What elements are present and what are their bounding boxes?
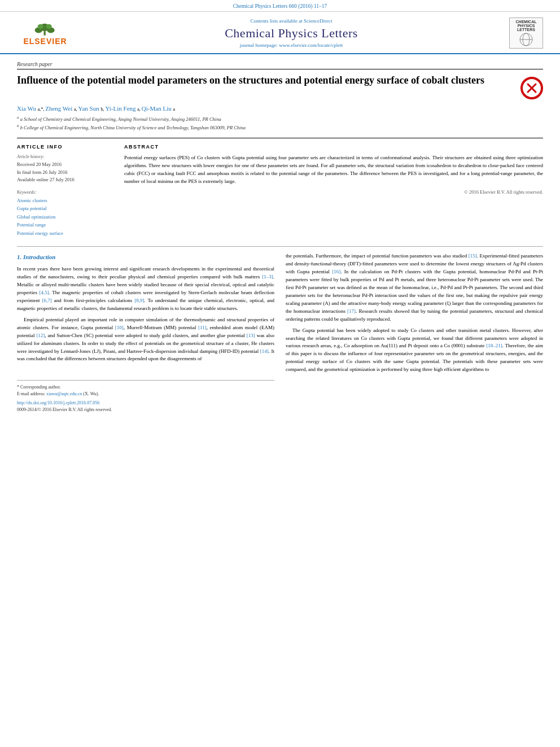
affiliation-b: b b College of Chemical Engineering, Nor… <box>17 123 543 132</box>
journal-citation: Chemical Physics Letters 660 (2016) 11–1… <box>0 0 560 12</box>
abstract-header: ABSTRACT <box>124 144 543 150</box>
right-paragraph-1: the potentials. Furthermore, the impact … <box>286 252 543 323</box>
svg-point-5 <box>46 24 52 28</box>
keywords-label: Keywords: <box>17 190 113 195</box>
article-info-header: ARTICLE INFO <box>17 144 113 150</box>
article-info-column: ARTICLE INFO Article history: Received 2… <box>17 144 113 237</box>
footnote-area: * Corresponding author. E-mail address: … <box>17 380 274 413</box>
journal-header: ELSEVIER Contents lists available at Sci… <box>0 12 560 54</box>
author-name: Xia Wu <box>17 105 36 112</box>
affiliations: a a School of Chemistry and Chemical Eng… <box>17 115 543 131</box>
journal-title: Chemical Physics Letters <box>85 26 498 41</box>
journal-header-center: Contents lists available at ScienceDirec… <box>85 18 498 48</box>
history-label: Article history: <box>17 154 113 159</box>
svg-rect-0 <box>44 31 46 36</box>
author-name: Zheng Wei <box>45 105 72 112</box>
cpl-logo-area: CHEMICAL PHYSICS LETTERS <box>504 18 549 49</box>
abstract-text: Potential energy surfaces (PES) of Co cl… <box>124 154 543 186</box>
introduction-title: 1. Introduction <box>17 252 274 262</box>
author-name: Qi-Man Liu <box>142 105 172 112</box>
section-divider <box>17 246 543 247</box>
available-online-date: Available online 27 July 2016 <box>17 176 113 184</box>
keyword-3: Global optimization <box>17 213 113 221</box>
cpl-logo: CHEMICAL PHYSICS LETTERS <box>509 18 543 49</box>
keywords-section: Keywords: Atomic clusters Gupta potentia… <box>17 190 113 237</box>
keyword-5: Potential energy surface <box>17 229 113 237</box>
keyword-2: Gupta potential <box>17 204 113 212</box>
paper-type: Research paper <box>17 61 543 69</box>
elsevier-text: ELSEVIER <box>23 37 67 46</box>
article-history: Article history: Received 20 May 2016 In… <box>17 154 113 184</box>
footnote-doi: http://dx.doi.org/10.1016/j.cplett.2016.… <box>17 400 274 407</box>
journal-citation-text: Chemical Physics Letters 660 (2016) 11–1… <box>233 3 327 9</box>
affiliation-a: a a School of Chemistry and Chemical Eng… <box>17 115 543 123</box>
article-info-abstract: ARTICLE INFO Article history: Received 2… <box>17 138 543 237</box>
keyword-4: Potential range <box>17 221 113 229</box>
footnote-corresponding: * Corresponding author. <box>17 384 274 391</box>
keyword-1: Atomic clusters <box>17 196 113 204</box>
intro-paragraph-1: In recent years there have been growing … <box>17 265 274 313</box>
crossmark-badge <box>520 77 543 99</box>
received-date: Received 20 May 2016 <box>17 161 113 169</box>
main-content: Research paper Influence of the potentia… <box>0 54 560 425</box>
intro-paragraph-2: Empirical potential played an important … <box>17 316 274 364</box>
authors-line: Xia Wu a,*, Zheng Wei a, Yan Sun b, Yi-L… <box>17 105 543 112</box>
right-paragraph-2: The Gupta potential has been widely adop… <box>286 327 543 374</box>
abstract-section: ABSTRACT Potential energy surfaces (PES)… <box>124 144 543 237</box>
author-name: Yi-Lin Feng <box>105 105 135 112</box>
svg-point-4 <box>38 24 43 28</box>
body-columns: 1. Introduction In recent years there ha… <box>17 252 543 413</box>
contents-line: Contents lists available at ScienceDirec… <box>85 18 498 24</box>
elsevier-tree-icon <box>31 21 59 37</box>
copyright-line: © 2016 Elsevier B.V. All rights reserved… <box>124 189 543 195</box>
final-form-date: In final form 26 July 2016 <box>17 169 113 177</box>
journal-homepage: journal homepage: www.elsevier.com/locat… <box>85 42 498 48</box>
left-body-column: 1. Introduction In recent years there ha… <box>17 252 274 413</box>
paper-title: Influence of the potential model paramet… <box>17 74 515 87</box>
footnote-email: E-mail address: xiawu@aqtc.edu.cn (X. Wu… <box>17 391 274 397</box>
elsevier-logo-area: ELSEVIER <box>11 21 79 46</box>
footnote-issn: 0009-2614/© 2016 Elsevier B.V. All right… <box>17 407 274 413</box>
title-section: Influence of the potential model paramet… <box>17 74 543 99</box>
right-body-column: the potentials. Furthermore, the impact … <box>286 252 543 413</box>
author-name: Yan Sun <box>78 105 99 112</box>
